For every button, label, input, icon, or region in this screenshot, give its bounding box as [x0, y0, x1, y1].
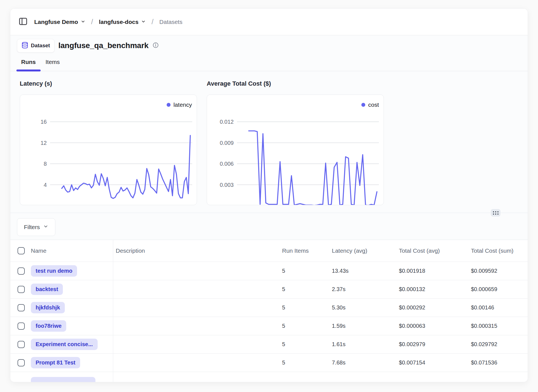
run-name-badge[interactable]: foo78riwe — [31, 320, 66, 332]
latency-avg-cell: 1.61s — [325, 341, 392, 348]
run-name-badge[interactable]: test run demo — [31, 265, 77, 277]
run-name-cell: foo78riwe — [28, 317, 113, 335]
resize-grip-handle[interactable] — [491, 209, 500, 217]
legend-dot-icon — [361, 103, 365, 107]
column-header-description: Description — [113, 247, 275, 254]
run-items-cell: 5 — [275, 323, 325, 329]
run-items-cell: 5 — [275, 359, 325, 366]
svg-text:16: 16 — [41, 119, 47, 125]
run-name-cell: Experiment concise... — [28, 335, 113, 353]
dataset-type-badge: Dataset — [17, 39, 55, 53]
svg-text:12: 12 — [41, 140, 47, 146]
column-header-total-cost-sum: Total Cost (sum) — [464, 247, 528, 254]
run-items-cell: 5 — [275, 304, 325, 311]
svg-text:0.012: 0.012 — [220, 119, 234, 125]
cost-chart-group: Average Total Cost ($) 0.0120.0090.0060.… — [207, 80, 384, 205]
filters-button-label: Filters — [24, 224, 40, 230]
latency-chart-panel: 161284 latency — [20, 95, 197, 205]
run-name-cell: Prompt 81 Test — [28, 354, 113, 372]
svg-text:4: 4 — [44, 182, 47, 188]
row-checkbox[interactable] — [18, 304, 25, 311]
svg-text:8: 8 — [44, 161, 47, 167]
row-checkbox[interactable] — [18, 286, 25, 293]
section-resize-divider — [10, 213, 528, 213]
svg-text:0.003: 0.003 — [220, 182, 234, 188]
cost-legend: cost — [361, 101, 379, 108]
dataset-card: Langfuse Demo / langfuse-docs / Datasets — [10, 8, 528, 382]
total-cost-sum-cell: $0.029792 — [464, 341, 528, 348]
latency-legend: latency — [167, 101, 192, 108]
row-checkbox[interactable] — [18, 322, 25, 330]
chevron-down-icon — [141, 19, 146, 25]
breadcrumb: Langfuse Demo / langfuse-docs / Datasets — [34, 18, 182, 26]
latency-avg-cell: 1.59s — [325, 323, 392, 329]
latency-avg-cell: 2.37s — [325, 286, 392, 292]
column-header-name: Name — [28, 240, 113, 262]
legend-label: cost — [368, 101, 379, 108]
row-checkbox-cell — [10, 299, 28, 317]
latency-chart-svg: 161284 — [20, 95, 197, 205]
table-row[interactable] — [10, 372, 528, 382]
latency-chart-title: Latency (s) — [20, 80, 197, 87]
legend-label: latency — [173, 101, 192, 108]
topbar: Langfuse Demo / langfuse-docs / Datasets — [10, 9, 528, 35]
tab-items[interactable]: Items — [45, 59, 60, 71]
run-name-badge[interactable] — [31, 377, 95, 383]
run-items-cell: 5 — [275, 286, 325, 292]
run-name-cell: hjkfdshjk — [28, 299, 113, 317]
table-row[interactable]: Experiment concise...51.61s$0.002979$0.0… — [10, 335, 528, 353]
cost-chart-panel: 0.0120.0090.0060.003 cost — [207, 95, 384, 205]
total-cost-sum-cell: $0.000659 — [464, 286, 528, 292]
svg-text:0.006: 0.006 — [220, 161, 234, 167]
header-checkbox-cell — [10, 240, 28, 262]
breadcrumb-separator: / — [91, 18, 93, 26]
svg-text:0.009: 0.009 — [220, 140, 234, 146]
total-cost-sum-cell: $0.009592 — [464, 268, 528, 274]
row-checkbox-cell — [10, 354, 28, 372]
row-checkbox-cell — [10, 372, 28, 382]
total-cost-sum-cell: $0.00146 — [464, 304, 528, 311]
run-items-cell: 5 — [275, 268, 325, 274]
tab-runs[interactable]: Runs — [21, 59, 36, 71]
table-row[interactable]: foo78riwe51.59s$0.000063$0.000315 — [10, 317, 528, 335]
row-checkbox-cell — [10, 317, 28, 335]
breadcrumb-separator: / — [152, 18, 154, 26]
filters-button[interactable]: Filters — [17, 218, 55, 236]
row-checkbox-cell — [10, 335, 28, 353]
table-row[interactable]: test run demo513.43s$0.001918$0.009592 — [10, 262, 528, 280]
table-header-row: Name Description Run Items Latency (avg)… — [10, 240, 528, 262]
breadcrumb-section-datasets[interactable]: Datasets — [159, 19, 182, 25]
row-checkbox[interactable] — [18, 341, 25, 348]
run-name-badge[interactable]: Experiment concise... — [31, 339, 98, 350]
column-header-run-items: Run Items — [275, 247, 325, 254]
table-row[interactable]: Prompt 81 Test57.68s$0.007154$0.071536 — [10, 353, 528, 372]
column-header-total-cost-avg: Total Cost (avg) — [392, 247, 464, 254]
grip-dots-icon — [493, 211, 498, 215]
column-header-latency-avg: Latency (avg) — [325, 247, 392, 254]
runs-table: Name Description Run Items Latency (avg)… — [10, 240, 528, 382]
chevron-down-icon — [43, 224, 48, 230]
sidebar-toggle-button[interactable] — [17, 16, 29, 28]
info-icon[interactable] — [152, 42, 159, 49]
breadcrumb-environment-dropdown[interactable]: langfuse-docs — [99, 19, 145, 25]
select-all-checkbox[interactable] — [18, 247, 25, 254]
tabs: Runs Items — [10, 59, 528, 71]
latency-avg-cell: 13.43s — [325, 268, 392, 274]
table-row[interactable]: backtest52.37s$0.000132$0.000659 — [10, 280, 528, 298]
total-cost-sum-cell: $0.000315 — [464, 323, 528, 329]
panel-left-icon — [18, 17, 28, 27]
run-name-cell: backtest — [28, 280, 113, 298]
total-cost-avg-cell: $0.002979 — [392, 341, 464, 348]
total-cost-avg-cell: $0.001918 — [392, 268, 464, 274]
run-name-badge[interactable]: backtest — [31, 284, 63, 295]
latency-chart-group: Latency (s) 161284 latency — [20, 80, 197, 205]
run-name-badge[interactable]: hjkfdshjk — [31, 302, 65, 313]
table-row[interactable]: hjkfdshjk55.30s$0.000292$0.00146 — [10, 298, 528, 317]
row-checkbox-cell — [10, 262, 28, 280]
breadcrumb-project-label: Langfuse Demo — [34, 19, 78, 25]
row-checkbox[interactable] — [18, 359, 25, 366]
row-checkbox[interactable] — [18, 267, 25, 275]
breadcrumb-project-dropdown[interactable]: Langfuse Demo — [34, 19, 85, 25]
run-name-badge[interactable]: Prompt 81 Test — [31, 357, 80, 368]
total-cost-avg-cell: $0.000132 — [392, 286, 464, 292]
